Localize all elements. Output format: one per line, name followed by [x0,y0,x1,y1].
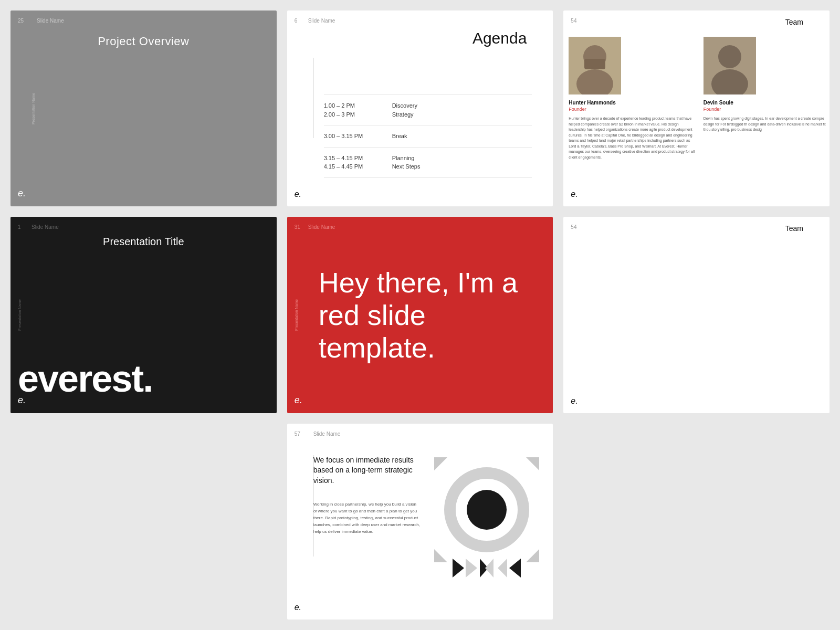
agenda-topic-1: DiscoveryStrategy [392,101,417,119]
slide-number-1: 25 [18,18,24,24]
slide7-body: Working in close partnership, we help yo… [313,501,420,535]
svg-marker-13 [434,457,447,470]
slide1-title: Project Overview [10,35,277,48]
slide6-number: 54 [571,224,576,230]
team-photo-1 [569,37,621,94]
agenda-topic-3: PlanningNext Steps [392,154,421,171]
slide-name-7: Slide Name [313,431,341,437]
agenda-row-3: 3.15 – 4.15 PM4.15 – 4.45 PM PlanningNex… [324,148,532,178]
slide6-team-label: Team [785,224,803,233]
team-member-1: Hunter Hammonds Founder Hunter brings ov… [569,37,695,160]
slide-name-2: Slide Name [308,18,335,24]
svg-point-18 [467,490,507,530]
agenda-title: Agenda [472,29,527,47]
slide-project-overview: 25 Slide Name Project Overview Presentat… [10,10,277,206]
slide2-logo: e. [295,190,301,199]
slide-name-5: Slide Name [308,224,335,230]
svg-marker-15 [434,549,447,562]
slide-red: 31 Slide Name Presentation Name Hey ther… [287,217,553,413]
slide5-big-text: Hey there, I'm a red slide template. [319,266,538,364]
team-name-2: Devin Soule [704,100,830,106]
svg-marker-14 [526,457,539,470]
slide7-graphic [420,445,553,598]
slide5-side-text: Presentation Name [295,299,298,331]
slide7-logo: e. [295,603,301,612]
slide-agenda: 6 Slide Name Agenda 1.00 – 2 PM2.00 – 3 … [287,10,553,206]
slide4-side-text: Presentation Name [18,299,22,331]
team-role-1: Founder [569,107,695,112]
agenda-vertical-line [313,58,314,138]
svg-point-5 [718,45,741,68]
slide6-logo: e. [571,396,578,406]
slide3-logo: e. [571,190,578,199]
slide1-side-text: Presentation Name [32,93,35,124]
circle-graphic [442,465,531,554]
team-member-2: Devin Soule Founder Devin has spent grow… [704,37,830,160]
slide-name-1: Slide Name [37,18,64,24]
slide-name-4: Slide Name [32,224,59,230]
slide7-headline: We focus on immediate results based on a… [313,455,420,486]
slide4-logo: e. [18,395,26,406]
agenda-time-2: 3.00 – 3.15 PM [324,132,392,141]
slide-strategic-vision: 57 Slide Name We focus on immediate resu… [287,424,553,620]
slide-number-4: 1 [18,224,21,230]
team-cards: Hunter Hammonds Founder Hunter brings ov… [569,37,830,160]
svg-rect-3 [584,59,605,69]
team-photo-2 [704,37,756,94]
team-label: Team [785,18,803,26]
agenda-row-2: 3.00 – 3.15 PM Break [324,125,532,148]
team-bio-1: Hunter brings over a decade of experienc… [569,116,695,160]
slide-number-2: 6 [295,18,298,24]
slide-empty-left [10,424,277,620]
slide-empty-right [563,424,830,620]
graphic-svg [434,457,539,562]
slide4-title: Presentation Title [10,236,277,248]
agenda-row-1: 1.00 – 2 PM2.00 – 3 PM DiscoveryStrategy [324,94,532,125]
slide7-content: We focus on immediate results based on a… [313,455,420,588]
team-content: Hunter Hammonds Founder Hunter brings ov… [569,37,830,160]
slide-number-3: 54 [571,18,576,24]
agenda-topic-2: Break [392,132,407,141]
team-bio-2: Devin has spent growing digit stages. In… [704,116,830,133]
team-role-2: Founder [704,107,830,112]
slide-team: 54 Team Hunter Hammonds Founder Hunter b… [563,10,830,206]
slide6-team-content: Hunter Hammonds Founder Hunter brings ov… [563,243,824,370]
team-name-1: Hunter Hammonds [569,100,695,106]
svg-marker-16 [526,549,539,562]
agenda-table: 1.00 – 2 PM2.00 – 3 PM DiscoveryStrategy… [324,94,532,164]
slide-presentation-title: 1 Slide Name Presentation Title Presenta… [10,217,277,413]
agenda-time-3: 3.15 – 4.15 PM4.15 – 4.45 PM [324,154,392,171]
slide4-big-text: everest. [18,360,152,397]
slide1-logo: e. [18,188,26,199]
slide-team-overflow: 54 Team Hunter Hammonds Founder Hunter b… [563,217,830,413]
agenda-time-1: 1.00 – 2 PM2.00 – 3 PM [324,101,392,119]
slide-number-7: 57 [295,431,300,437]
slide-number-5: 31 [295,224,300,230]
slide5-logo: e. [295,395,302,406]
slide6-team-cards: Hunter Hammonds Founder Hunter brings ov… [563,243,824,370]
